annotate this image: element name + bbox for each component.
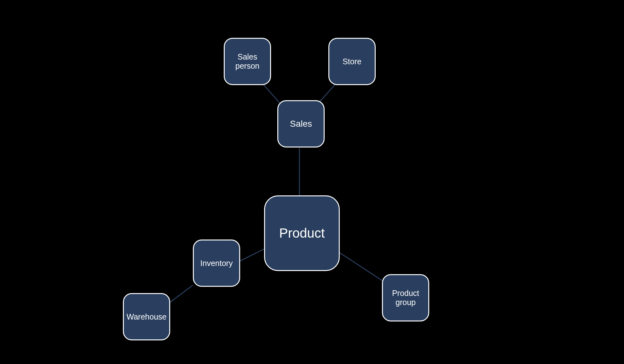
diagram-canvas: Product Sales Sales person Store Invento… [0, 0, 624, 364]
node-sales: Sales [277, 100, 325, 147]
node-product-group: Product group [382, 274, 429, 321]
node-store: Store [328, 38, 376, 85]
edge-product-productgroup [339, 252, 389, 285]
node-product-label: Product [279, 226, 325, 241]
node-warehouse: Warehouse [123, 293, 170, 340]
node-sales-person: Sales person [224, 38, 271, 85]
node-product: Product [264, 195, 340, 271]
connectors-layer [0, 0, 624, 364]
node-store-label: Store [343, 57, 361, 66]
edge-product-inventory [239, 249, 264, 262]
node-sales-person-label: Sales person [227, 52, 268, 71]
node-sales-label: Sales [290, 119, 312, 129]
node-product-group-label: Product group [385, 289, 426, 307]
node-warehouse-label: Warehouse [127, 312, 167, 321]
node-inventory-label: Inventory [200, 259, 233, 268]
node-inventory: Inventory [193, 240, 240, 287]
